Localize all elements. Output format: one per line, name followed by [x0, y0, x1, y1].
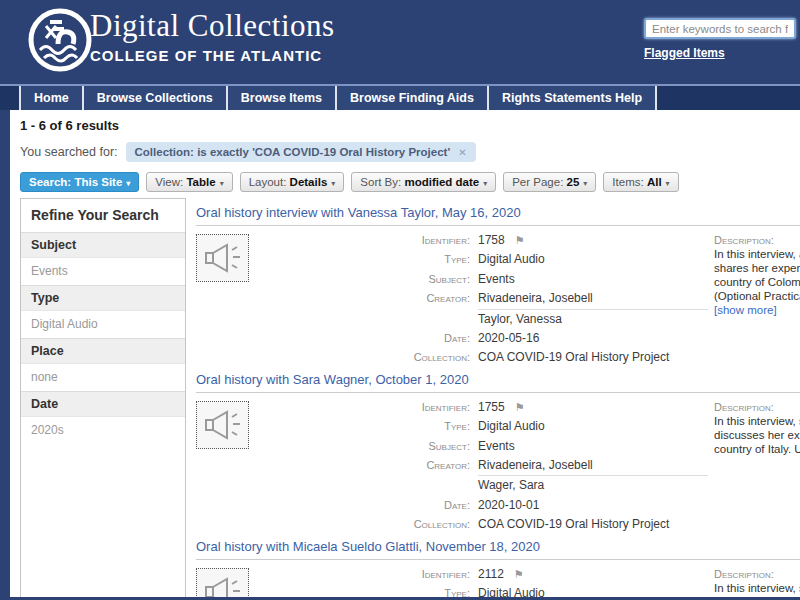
result-fields: Identifier:2112⚑Type:Digital AudioSubjec… [256, 565, 708, 597]
header-search-area: Flagged Items [644, 18, 796, 61]
nav-item-browse-items[interactable]: Browse Items [228, 86, 335, 110]
nav-item-home[interactable]: Home [21, 86, 82, 110]
facet-heading-type: Type [21, 285, 185, 311]
chevron-down-icon: ▾ [126, 179, 130, 188]
field-row: Identifier:1755⚑ [256, 398, 708, 417]
field-values: 2020-05-16 [478, 329, 708, 348]
description-text-line: In this interview, alu [714, 247, 800, 261]
field-values: Events [478, 270, 708, 289]
search-scope-dropdown[interactable]: Search: This Site▾ [20, 172, 139, 192]
facet-value-2020s[interactable]: 2020s [21, 417, 185, 444]
field-label: Subject: [256, 270, 478, 289]
nav-item-rights-statements-help[interactable]: Rights Statements Help [489, 86, 655, 110]
field-label: Date: [256, 496, 478, 515]
field-row: Type:Digital Audio [256, 417, 708, 436]
field-label: Subject: [256, 437, 478, 456]
results-count: 1 - 6 of 6 results [20, 118, 800, 133]
site-brand: Digital Collections COLLEGE OF THE ATLAN… [90, 8, 335, 64]
flag-item-icon[interactable]: ⚑ [514, 568, 524, 580]
field-label: Creator: [256, 289, 478, 329]
result-body: Identifier:1758⚑Type:Digital AudioSubjec… [196, 231, 800, 368]
layout-dropdown[interactable]: Layout: Details▾ [240, 172, 345, 192]
field-label: Identifier: [256, 231, 478, 250]
result-thumb-column [196, 398, 256, 535]
facet-value-events[interactable]: Events [21, 258, 185, 285]
facet-heading-subject: Subject [21, 232, 185, 258]
field-value: 2020-10-01 [478, 496, 708, 515]
result-thumb-column [196, 565, 256, 597]
field-value: 1755⚑ [478, 398, 708, 417]
facet-value-none[interactable]: none [21, 364, 185, 391]
search-filter-pill[interactable]: Collection: is exactly 'COA COVID-19 Ora… [126, 142, 476, 162]
nav-item: Browse Finding Aids [337, 86, 489, 110]
field-values: COA COVID-19 Oral History Project [478, 348, 708, 367]
sort-by-dropdown[interactable]: Sort By: modified date▾ [351, 172, 496, 192]
field-row: Creator:Rivadeneira, JosebellTaylor, Van… [256, 289, 708, 329]
dropdown-prefix-label: Per Page: [512, 176, 566, 188]
speaker-icon [203, 408, 243, 442]
field-value: Wager, Sara [478, 475, 708, 495]
field-row: Type:Digital Audio [256, 584, 708, 597]
search-filter-text: Collection: is exactly 'COA COVID-19 Ora… [135, 146, 451, 158]
refine-search-title: Refine Your Search [21, 199, 185, 232]
field-label: Collection: [256, 515, 478, 534]
field-row: Subject:Events [256, 437, 708, 456]
results-toolbar: Search: This Site▾View: Table▾Layout: De… [20, 172, 800, 192]
result-item: Oral history with Sara Wagner, October 1… [196, 372, 800, 535]
per-page-dropdown[interactable]: Per Page: 25▾ [503, 172, 596, 192]
remove-filter-icon[interactable]: ✕ [458, 147, 466, 158]
nav-item-browse-finding-aids[interactable]: Browse Finding Aids [337, 86, 487, 110]
description-text-line: (Optional Practical T [714, 289, 800, 303]
field-value: Digital Audio [478, 250, 708, 269]
field-values: 2112⚑ [478, 565, 708, 584]
field-row: Collection:COA COVID-19 Oral History Pro… [256, 348, 708, 367]
chevron-down-icon: ▾ [666, 179, 670, 188]
keyword-search-input[interactable] [644, 18, 796, 39]
result-title-link[interactable]: Oral history interview with Vanessa Tayl… [196, 205, 800, 226]
dropdown-selected-value: 25 [567, 176, 580, 188]
dropdown-prefix-label: Layout: [249, 176, 290, 188]
field-label: Identifier: [256, 565, 478, 584]
results-list: Oral history interview with Vanessa Tayl… [196, 198, 800, 597]
field-values: 1755⚑ [478, 398, 708, 417]
field-label: Date: [256, 329, 478, 348]
field-value: Rivadeneira, Josebell [478, 456, 708, 475]
description-text-line: country of Italy. Use [714, 442, 800, 456]
result-title-link[interactable]: Oral history with Sara Wagner, October 1… [196, 372, 800, 393]
field-value: Digital Audio [478, 417, 708, 436]
nav-item: Home [19, 86, 84, 110]
result-thumb-column [196, 231, 256, 368]
flag-item-icon[interactable]: ⚑ [515, 401, 525, 413]
description-text-line: In this interview, stu [714, 414, 800, 428]
audio-thumbnail[interactable] [196, 401, 249, 449]
field-value: Events [478, 270, 708, 289]
field-values: Rivadeneira, JosebellTaylor, Vanessa [478, 289, 708, 329]
field-label: Type: [256, 250, 478, 269]
items-dropdown[interactable]: Items: All▾ [603, 172, 678, 192]
result-item: Oral history interview with Vanessa Tayl… [196, 205, 800, 368]
site-title: Digital Collections [90, 8, 335, 44]
field-row: Subject:Events [256, 270, 708, 289]
field-value: Digital Audio [478, 584, 708, 597]
flag-item-icon[interactable]: ⚑ [515, 234, 525, 246]
show-more-link[interactable]: [show more] [714, 303, 800, 317]
field-row: Collection:COA COVID-19 Oral History Pro… [256, 515, 708, 534]
view-dropdown[interactable]: View: Table▾ [146, 172, 232, 192]
audio-thumbnail[interactable] [196, 234, 249, 282]
speaker-icon [203, 241, 243, 275]
result-title-link[interactable]: Oral history with Micaela Sueldo Glattli… [196, 539, 800, 560]
nav-item: Browse Items [228, 86, 337, 110]
coa-seal-icon [28, 8, 92, 72]
chevron-down-icon: ▾ [331, 179, 335, 188]
dropdown-prefix-label: Items: [612, 176, 647, 188]
description-label: Description: [714, 567, 800, 581]
field-value: Events [478, 437, 708, 456]
facet-heading-place: Place [21, 338, 185, 364]
facet-value-digital-audio[interactable]: Digital Audio [21, 311, 185, 338]
flagged-items-link[interactable]: Flagged Items [644, 46, 725, 60]
field-label: Collection: [256, 348, 478, 367]
audio-thumbnail[interactable] [196, 568, 249, 597]
nav-item-browse-collections[interactable]: Browse Collections [84, 86, 226, 110]
field-value: COA COVID-19 Oral History Project [478, 515, 708, 534]
field-value: Rivadeneira, Josebell [478, 289, 708, 308]
